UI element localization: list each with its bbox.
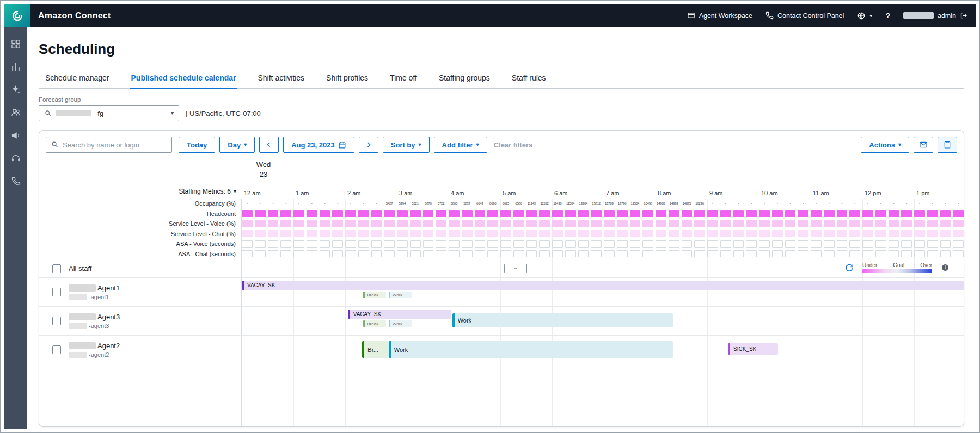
app-title: Amazon Connect: [38, 11, 111, 21]
copy-schedule-button[interactable]: [938, 137, 957, 153]
agent-workspace-link[interactable]: Agent Workspace: [687, 11, 752, 20]
metric-cell: [487, 210, 498, 217]
metric-cell: [487, 240, 498, 248]
metric-cell: [720, 240, 731, 248]
help-button[interactable]: ?: [885, 11, 890, 20]
metric-cell: [811, 220, 822, 227]
sidebar-item-analytics[interactable]: [10, 61, 21, 72]
agent-checkbox[interactable]: [52, 317, 61, 325]
metric-cell: [255, 220, 266, 227]
contact-control-panel-link[interactable]: Contact Control Panel: [765, 11, 844, 20]
amazon-connect-logo[interactable]: [4, 4, 30, 27]
sidebar-item-dashboard-grid[interactable]: [10, 39, 21, 50]
all-staff-checkbox[interactable]: [52, 264, 61, 273]
previous-day-button[interactable]: [259, 137, 279, 153]
user-menu[interactable]: admin: [903, 11, 968, 20]
metric-cell: [875, 240, 886, 248]
info-icon[interactable]: [941, 263, 950, 272]
metric-cell: 5876: [423, 199, 434, 208]
metric-cell: 5837: [462, 199, 473, 208]
view-granularity-button[interactable]: Day▾: [219, 137, 255, 153]
clear-filters-button[interactable]: Clear filters: [494, 141, 533, 149]
metric-cell: [280, 240, 291, 248]
metric-cell: [345, 210, 356, 217]
metric-cell: [255, 240, 266, 248]
tab-shift-profiles[interactable]: Shift profiles: [325, 69, 369, 88]
actions-button[interactable]: Actions▾: [861, 137, 909, 153]
next-day-button[interactable]: [359, 137, 378, 153]
agent-checkbox[interactable]: [52, 345, 61, 354]
metric-cell: [591, 220, 602, 227]
envelope-icon: [919, 140, 928, 149]
metric-cell: [423, 220, 434, 227]
shift-segment-work[interactable]: Work: [389, 320, 412, 327]
connect-swirl-icon: [11, 9, 24, 22]
metric-cell: [397, 230, 408, 237]
tab-time-off[interactable]: Time off: [389, 69, 418, 88]
metric-cell: [397, 220, 408, 227]
metric-cell: [824, 250, 835, 257]
forecast-group-select[interactable]: -fg ▾: [39, 105, 179, 121]
metric-cell: [875, 220, 886, 227]
agent-schedule-rows: Agent1-agent1VACAY_SKBreakWorkAgent3-age…: [39, 277, 964, 364]
shift-bar-work[interactable]: Work: [389, 341, 673, 358]
metric-cell: [242, 240, 253, 248]
collapse-metrics-button[interactable]: [504, 264, 527, 273]
tab-staffing-groups[interactable]: Staffing groups: [438, 69, 491, 88]
metric-cell: [669, 210, 679, 217]
tab-shift-activities[interactable]: Shift activities: [256, 69, 305, 88]
agent-checkbox[interactable]: [52, 288, 61, 296]
language-selector[interactable]: ▾: [857, 11, 872, 20]
sidebar-item-users[interactable]: [10, 107, 21, 118]
refresh-icon[interactable]: [844, 263, 854, 273]
metric-cell: [436, 220, 446, 227]
metric-cell: [669, 250, 679, 257]
metric-cell: -: [914, 199, 925, 208]
metric-cell: -: [953, 199, 964, 208]
metric-cell: [410, 210, 421, 217]
shift-segment-work[interactable]: Work: [389, 292, 412, 298]
announcement-icon: [10, 130, 21, 141]
shift-bar-vacay[interactable]: VACAY_SK: [348, 310, 451, 319]
add-filter-button[interactable]: Add filter▾: [434, 137, 487, 153]
metric-cell: [513, 250, 524, 257]
metric-cell: [811, 250, 822, 257]
metric-cell: [901, 230, 912, 237]
sort-by-button[interactable]: Sort by▾: [383, 137, 430, 153]
metric-cell: 5394: [397, 199, 408, 208]
shift-bar-work[interactable]: Work: [452, 313, 673, 327]
shift-bar-vacay[interactable]: VACAY_SK: [242, 281, 964, 290]
shift-segment-break[interactable]: Break: [363, 292, 386, 298]
tab-published-schedule-calendar[interactable]: Published schedule calendar: [130, 69, 237, 88]
shift-bar-sick[interactable]: SICK_SK: [728, 343, 778, 355]
sidebar-item-forecast-sparkle[interactable]: [10, 84, 21, 95]
metric-cell: [423, 230, 434, 237]
metric-row: Service Level - Voice (%): [39, 219, 964, 229]
today-button[interactable]: Today: [179, 137, 215, 153]
shift-bar-label: VACAY_SK: [247, 282, 275, 288]
shift-bar-break[interactable]: Br...: [362, 341, 388, 358]
date-picker-button[interactable]: Aug 23, 2023: [283, 137, 354, 153]
metric-cell: [320, 210, 330, 217]
metric-cell: [785, 240, 796, 248]
staffing-metrics-toggle[interactable]: Staffing Metrics: 6 ▾: [179, 188, 236, 195]
metric-cell: [837, 220, 848, 227]
metric-cell: [449, 230, 460, 237]
metric-cell: [694, 240, 705, 248]
metric-cell: -: [371, 199, 382, 208]
redacted-login-prefix: [69, 294, 87, 300]
users-icon: [10, 107, 21, 118]
search-input[interactable]: [46, 137, 172, 153]
metric-cell: [280, 220, 291, 227]
metric-cell: [320, 240, 330, 248]
sidebar-item-announcement[interactable]: [10, 130, 21, 141]
metric-cell: [410, 250, 421, 257]
sidebar-item-contact-routing[interactable]: [10, 176, 21, 187]
notify-button[interactable]: [914, 137, 933, 153]
metric-cell: [513, 210, 524, 217]
tab-schedule-manager[interactable]: Schedule manager: [44, 69, 111, 88]
tab-staff-rules[interactable]: Staff rules: [511, 69, 547, 88]
shift-segment-break[interactable]: Break: [363, 320, 386, 327]
metric-cell: 13796: [617, 199, 628, 208]
sidebar-item-headset[interactable]: [10, 153, 21, 164]
